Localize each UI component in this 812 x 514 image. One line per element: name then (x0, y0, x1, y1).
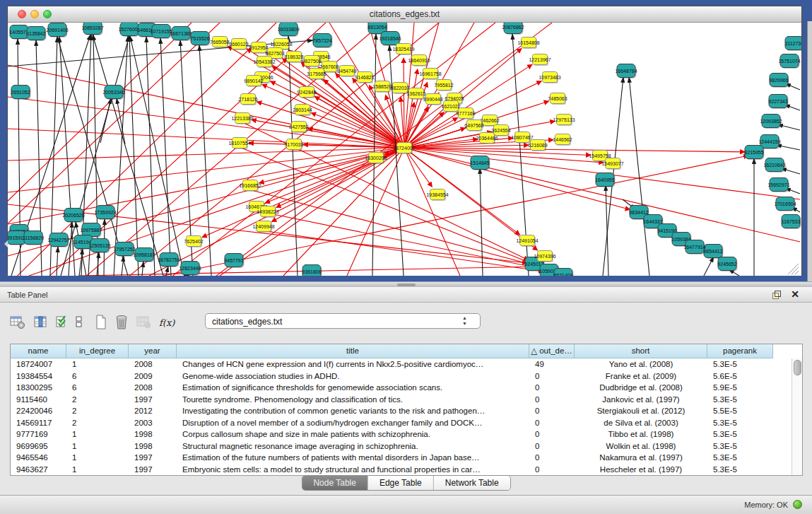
svg-text:9361806: 9361806 (302, 269, 321, 274)
cell-out_de: 0 (529, 452, 575, 464)
svg-text:6216089: 6216089 (528, 143, 547, 148)
column-header-name[interactable]: name (11, 344, 66, 358)
network-graph-canvas[interactable]: 1405572113584220691406108532871527600764… (8, 23, 801, 276)
outer-panel-edge (807, 21, 812, 281)
table-row[interactable]: 969969511998Structural magnetic resonanc… (11, 440, 792, 452)
validate-column-icon[interactable] (56, 315, 67, 329)
cell-short: Dudbridge et al. (2008) (575, 382, 707, 394)
svg-text:8912954: 8912954 (249, 45, 268, 50)
cell-out_de: 0 (529, 440, 575, 452)
svg-text:12213967: 12213967 (529, 57, 551, 62)
svg-text:8813054: 8813054 (367, 25, 387, 30)
tab-network-table[interactable]: Network Table (434, 476, 510, 490)
svg-text:12823448: 12823448 (179, 266, 201, 271)
cell-year: 2012 (129, 405, 177, 417)
table-row[interactable]: 1456911722003Disruption of a novel membe… (11, 417, 792, 429)
svg-text:9890142: 9890142 (244, 78, 263, 83)
cell-in_degree: 2 (66, 394, 129, 406)
svg-text:9245652: 9245652 (717, 262, 736, 267)
citation-network-graph[interactable]: 1405572113584220691406108532871527600764… (8, 23, 801, 276)
cell-out_de: 0 (529, 370, 575, 382)
svg-text:1644337: 1644337 (643, 219, 662, 224)
svg-text:9827508: 9827508 (302, 59, 321, 64)
network-table-select[interactable]: citations_edges.txt ▲▼ (205, 313, 481, 329)
svg-text:15493077: 15493077 (601, 161, 623, 166)
column-header-short[interactable]: short (575, 344, 707, 358)
splitpane-collapse-arrow-icon[interactable] (1, 240, 8, 247)
column-header-in_degree[interactable]: in_degree (66, 344, 129, 358)
cell-name: 18724007 (11, 358, 66, 370)
table-row[interactable]: 1872400712008Changes of HCN gene express… (11, 358, 792, 370)
cell-short: Tibbo et al. (1998) (575, 428, 707, 440)
svg-text:6497568: 6497568 (464, 123, 483, 128)
network-window-titlebar[interactable]: citations_edges.txt (8, 6, 801, 23)
node-table: namein_degreeyeartitle△ out_de…shortpage… (10, 344, 803, 476)
svg-text:17957253: 17957253 (113, 247, 135, 252)
table-row[interactable]: 946554611997Estimation of the future num… (11, 452, 792, 464)
tab-edge-table[interactable]: Edge Table (368, 476, 434, 490)
svg-text:18724007: 18724007 (393, 146, 415, 151)
svg-text:15692971: 15692971 (767, 182, 789, 187)
table-row[interactable]: 1938455462009Genome-wide association stu… (11, 370, 792, 382)
memory-status-label: Memory: OK (744, 501, 788, 509)
cell-title: Structural magnetic resonance image aver… (177, 440, 529, 452)
new-table-icon[interactable] (95, 315, 107, 330)
import-table-icon[interactable] (136, 315, 151, 329)
cell-out_de: 0 (529, 417, 575, 429)
row-height-icon[interactable] (76, 315, 83, 329)
column-header-pagerank[interactable]: pagerank (707, 344, 773, 358)
table-scrollbar[interactable] (792, 358, 802, 475)
svg-text:2803144: 2803144 (293, 107, 312, 112)
close-panel-icon[interactable]: ✕ (791, 288, 799, 300)
cell-year: 1997 (129, 464, 177, 476)
svg-text:18300295: 18300295 (365, 156, 387, 160)
table-row[interactable]: 2242004622012Investigating the contribut… (11, 405, 792, 417)
tab-node-table[interactable]: Node Table (302, 476, 368, 490)
cell-pagerank: 5.3E-5 (707, 428, 773, 440)
cell-name: 9699695 (11, 440, 66, 452)
select-columns-icon[interactable] (34, 315, 47, 329)
column-header-title[interactable]: title (177, 344, 529, 358)
cell-title: Corpus callosum shape and size in male p… (177, 428, 529, 440)
delete-table-icon[interactable] (115, 315, 128, 330)
table-header-row: namein_degreeyeartitle△ out_de…shortpage… (11, 344, 802, 358)
svg-text:12213389: 12213389 (231, 116, 253, 121)
column-header-year[interactable]: year (129, 344, 177, 358)
svg-text:12975133: 12975133 (553, 117, 575, 122)
svg-text:20876862: 20876862 (502, 25, 524, 30)
svg-text:8521409: 8521409 (553, 273, 572, 276)
column-header-out_de[interactable]: △ out_de… (529, 344, 575, 358)
svg-text:7665058: 7665058 (210, 40, 229, 45)
table-settings-icon[interactable] (10, 315, 25, 329)
table-row[interactable]: 1830029562008Estimation of significance … (11, 382, 792, 394)
svg-text:18325419: 18325419 (392, 47, 414, 52)
split-divider[interactable] (0, 281, 812, 287)
cell-in_degree: 1 (66, 452, 129, 464)
svg-text:20364486: 20364486 (476, 136, 498, 141)
cell-year: 1997 (129, 452, 177, 464)
svg-text:12093852: 12093852 (760, 119, 782, 124)
cell-title: Changes of HCN gene expression and I(f) … (177, 358, 529, 370)
svg-text:15495758: 15495758 (589, 153, 611, 158)
cell-year: 2003 (129, 417, 177, 429)
svg-text:18226058: 18226058 (270, 42, 292, 47)
svg-text:12409948: 12409948 (252, 224, 274, 229)
table-row[interactable]: 911546021997Tourette syndrome. Phenomeno… (11, 394, 792, 406)
svg-text:9834412: 9834412 (629, 210, 648, 215)
cell-short: de Silva et al. (2003) (575, 417, 707, 429)
table-row[interactable]: 946362711997Embryonic stem cells: a mode… (11, 464, 792, 476)
cell-title: Disruption of a novel member of a sodium… (177, 417, 529, 429)
svg-text:19166852: 19166852 (239, 183, 261, 188)
float-panel-icon[interactable] (772, 291, 781, 299)
table-row[interactable]: 977716911998Corpus callosum shape and si… (11, 428, 792, 440)
cell-name: 14569117 (11, 417, 66, 429)
svg-text:17359924: 17359924 (94, 210, 116, 215)
function-builder-icon[interactable]: f(x) (159, 317, 175, 328)
divider-grip[interactable] (397, 284, 416, 286)
scrollbar-thumb[interactable] (794, 360, 801, 375)
table-type-tabs: Node TableEdge TableNetwork Table (301, 475, 510, 491)
cell-in_degree: 2 (66, 405, 129, 417)
svg-text:2651052: 2651052 (11, 90, 30, 95)
svg-text:20691406: 20691406 (46, 28, 68, 33)
cell-in_degree: 1 (66, 440, 129, 452)
